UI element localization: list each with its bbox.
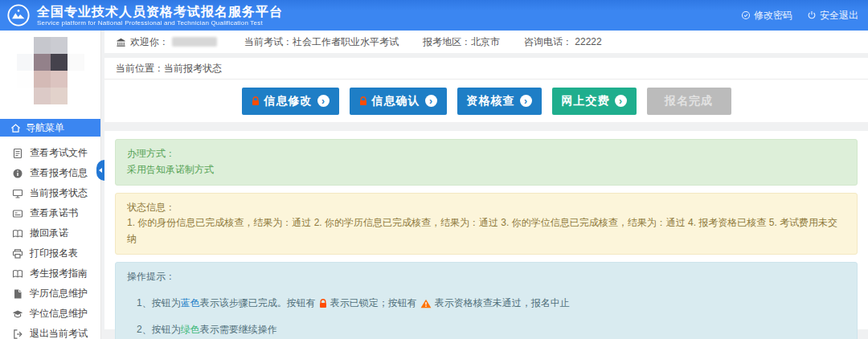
step-button-label: 网上交费 [562,94,610,108]
photo-pixel [68,37,84,54]
step-button: 报名完成 [647,88,731,115]
sidebar: 导航菜单 查看考试文件查看报考信息当前报考状态查看承诺书撤回承诺打印报名表考生报… [0,31,101,339]
exam-region: 报考地区：北京市 [423,35,500,49]
info-panel: 办理方式： 采用告知承诺制方式 状态信息： 1. 你的身份信息已完成核查，结果为… [104,131,868,329]
sidebar-item-label: 当前报考状态 [30,186,88,200]
status-panel: 当前位置： 当前报考状态 信息修改›信息确认›资格核查›网上交费›报名完成 [104,58,868,122]
sidebar-item[interactable]: 退出当前考试 [0,324,100,339]
modify-password-label: 修改密码 [754,9,792,22]
warning-icon [420,299,432,308]
arrow-circle-icon: › [317,95,330,107]
photo-pixel [17,88,34,104]
photo-pixel [17,37,34,54]
sidebar-item[interactable]: 查看承诺书 [0,203,100,223]
tips-box: 操作提示： 1、按钮为蓝色表示该步骤已完成。按钮有表示已锁定；按钮有表示资格核查… [115,262,858,339]
photo-pixel [51,54,68,71]
tip-lines: 2、按钮为绿色表示需要继续操作3、按钮为橙色表示正在接受核查4、按钮为灰色表示当… [127,322,845,339]
sidebar-item[interactable]: 学历信息维护 [0,284,100,304]
sidebar-item-label: 学位信息维护 [30,307,88,321]
sidebar-nav-header: 导航菜单 [0,119,100,137]
sidebar-item[interactable]: 查看考试文件 [0,143,100,163]
breadcrumb-value: 当前报考状态 [164,62,222,76]
sidebar-item-label: 退出当前考试 [30,327,88,339]
status-content: 1. 你的身份信息已完成核查，结果为：通过 2. 你的学历信息已完成核查，结果为… [127,215,845,247]
modify-password-link[interactable]: 修改密码 [741,9,792,22]
sidebar-item-label: 查看承诺书 [30,206,78,220]
step-button[interactable]: 资格核查› [457,88,542,115]
photo-pixel [34,54,51,71]
sidebar-collapse-toggle[interactable] [96,160,104,181]
safe-logout-icon [807,10,817,20]
photo-pixel [34,71,51,88]
tip-color-word: 蓝色 [181,296,200,312]
tips-title: 操作提示： [127,269,845,285]
sidebar-item-label: 打印报名表 [30,247,78,260]
status-box: 状态信息： 1. 你的身份信息已完成核查，结果为：通过 2. 你的学历信息已完成… [115,193,858,255]
breadcrumb: 当前位置： 当前报考状态 [104,58,868,80]
printer-icon [12,248,23,259]
exam-label: 当前考试： [244,36,293,47]
tip-text: 2、按钮为 [137,322,181,338]
sidebar-item[interactable]: 查看报考信息 [0,163,100,183]
step-buttons: 信息修改›信息确认›资格核查›网上交费›报名完成 [104,80,868,122]
step-button[interactable]: 网上交费› [552,88,637,115]
monitor-icon [12,188,23,199]
book-icon [12,228,23,239]
welcome-bar: 欢迎你： 当前考试：社会工作者职业水平考试 报考地区：北京市 咨询电话： 222… [104,31,868,53]
doc-icon [12,288,23,300]
platform-logo-icon [6,3,31,27]
tip-text: 1、按钮为 [137,296,181,312]
redacted-username [172,37,217,47]
method-content: 采用告知承诺制方式 [127,162,845,178]
phone-value: 22222 [575,36,601,47]
photo-pixel [51,71,68,88]
modify-password-icon [741,10,751,20]
info-icon [12,168,23,179]
breadcrumb-label: 当前位置： [116,62,164,76]
tip-text: 表示需要继续操作 [200,322,277,338]
photo-pixel [34,37,51,54]
hotline: 咨询电话： 22222 [524,35,602,49]
sidebar-item[interactable]: 当前报考状态 [0,183,100,203]
welcome-label: 欢迎你： [130,35,169,49]
phone-label: 咨询电话： [524,36,572,47]
tip-line-1: 1、按钮为蓝色表示该步骤已完成。按钮有表示已锁定；按钮有表示资格核查未通过，报名… [127,296,845,312]
step-button-label: 信息确认 [372,94,420,108]
safe-logout-link[interactable]: 安全退出 [807,9,858,22]
tip-color-word: 绿色 [181,322,200,338]
nav-header-label: 导航菜单 [26,121,64,135]
book-icon [12,268,23,280]
sidebar-item[interactable]: 撤回承诺 [0,223,100,243]
sidebar-item[interactable]: 打印报名表 [0,243,100,263]
region-label: 报考地区： [423,36,471,47]
sidebar-item[interactable]: 考生报考指南 [0,263,100,284]
app-subtitle: Service platform for National Profession… [37,19,283,27]
photo-pixel [17,54,34,71]
method-box: 办理方式： 采用告知承诺制方式 [115,139,858,186]
arrow-circle-icon: › [425,95,437,107]
tip-text: 表示资格核查未通过，报名中止 [435,296,570,312]
lock-icon [319,299,327,308]
step-button[interactable]: 信息确认› [350,88,447,115]
photo-pixel [34,88,51,104]
app-title: 全国专业技术人员资格考试报名服务平台 [37,5,283,18]
arrow-circle-icon: › [520,95,532,107]
method-title: 办理方式： [127,146,845,162]
lock-icon [359,96,367,106]
safe-logout-label: 安全退出 [820,9,858,22]
photo-pixel [51,37,68,54]
step-button-label: 资格核查 [467,94,515,108]
sidebar-item-label: 考生报考指南 [30,267,88,280]
step-button[interactable]: 信息修改› [242,88,339,115]
house-icon [10,123,21,133]
photo-pixel [51,88,68,104]
sidebar-item-label: 撤回承诺 [30,227,68,240]
exam-value: 社会工作者职业水平考试 [293,36,399,47]
photo-pixel [68,88,84,104]
sidebar-item[interactable]: 学位信息维护 [0,304,100,324]
photo-pixel [68,71,84,88]
tip-text: 表示该步骤已完成。按钮有 [200,296,316,312]
brand-titles: 全国专业技术人员资格考试报名服务平台 Service platform for … [37,5,283,27]
step-button-label: 信息修改 [264,94,313,108]
brand: 全国专业技术人员资格考试报名服务平台 Service platform for … [0,3,283,27]
